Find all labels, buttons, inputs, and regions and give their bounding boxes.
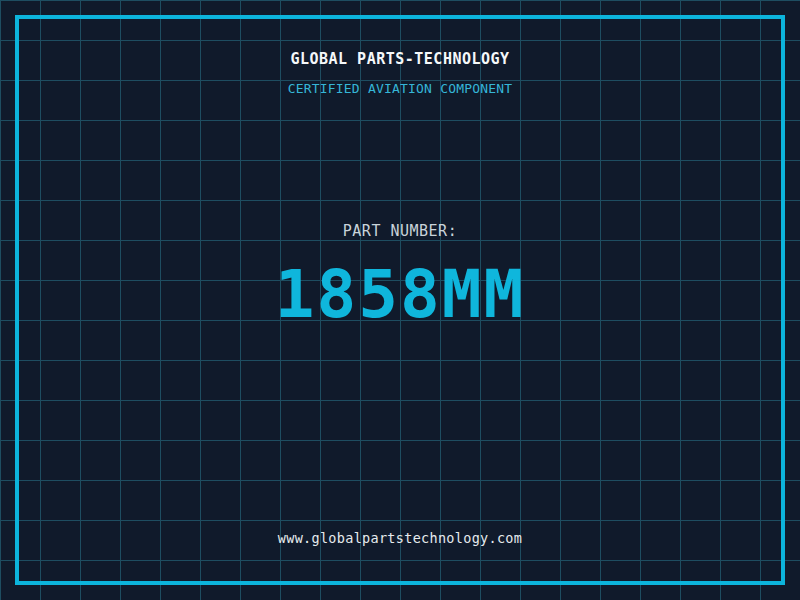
part-number-value: 1858MM xyxy=(0,264,800,326)
company-name-title: GLOBAL PARTS-TECHNOLOGY xyxy=(0,50,800,68)
blueprint-page: GLOBAL PARTS-TECHNOLOGY CERTIFIED AVIATI… xyxy=(0,0,800,600)
part-number-label: PART NUMBER: xyxy=(0,222,800,240)
certified-tagline: CERTIFIED AVIATION COMPONENT xyxy=(0,81,800,96)
website-url: www.globalpartstechnology.com xyxy=(0,530,800,546)
